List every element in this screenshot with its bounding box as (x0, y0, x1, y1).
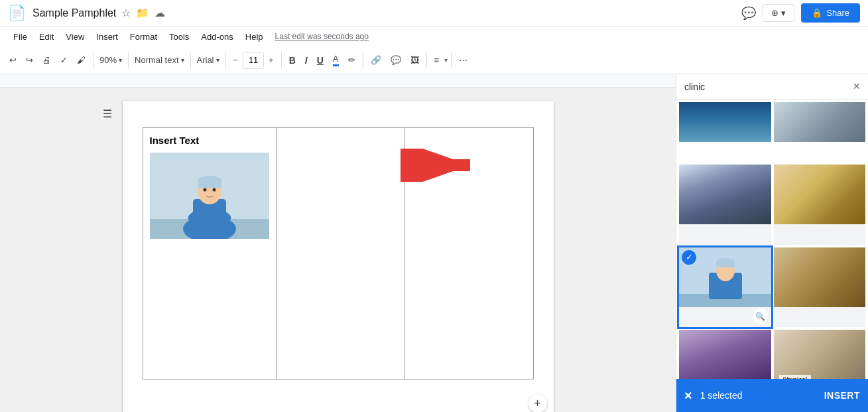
image-button[interactable]: 🖼 (406, 52, 423, 68)
font-size-control: − + (229, 52, 278, 69)
image-item-5[interactable]: ✓ 🔍 (679, 247, 771, 327)
chevron-down-icon: ▾ (119, 56, 122, 64)
zoom-icon[interactable]: 🔍 (753, 309, 769, 324)
menu-edit[interactable]: Edit (34, 29, 59, 44)
bold-button[interactable]: B (285, 52, 300, 68)
image-item-3[interactable] (679, 165, 771, 244)
menu-help[interactable]: Help (240, 29, 269, 44)
toolbar-divider-4 (225, 52, 226, 68)
menu-view[interactable]: View (60, 29, 90, 44)
paint-format-button[interactable]: 🖌 (73, 52, 90, 68)
more-button[interactable]: ⋯ (455, 52, 471, 68)
ruler (0, 74, 676, 88)
image-item-6[interactable] (774, 247, 866, 327)
image-item-2[interactable] (774, 102, 866, 142)
right-controls: 💬 ⊕▾ 🔒 Share (741, 3, 860, 23)
menu-insert[interactable]: Insert (91, 29, 123, 44)
close-sidebar-button[interactable]: × (853, 80, 860, 94)
present-icon: ⊕ (771, 8, 778, 18)
menu-addons[interactable]: Add-ons (196, 29, 238, 44)
selected-checkmark: ✓ (682, 250, 696, 265)
table-cell-1[interactable]: Insert Text (143, 128, 277, 379)
selected-count-label: 1 selected (700, 390, 816, 401)
print-button[interactable]: 🖨 (38, 52, 55, 68)
font-size-input[interactable] (243, 52, 264, 69)
svg-point-11 (203, 188, 206, 192)
title-icons: ☆ 📁 ☁ (121, 7, 165, 19)
toolbar-divider-6 (363, 52, 363, 68)
cell-image-doctor[interactable] (150, 153, 269, 239)
undo-button[interactable]: ↩ (5, 52, 21, 68)
folder-icon[interactable]: 📁 (136, 7, 149, 19)
document-title[interactable]: Sample Pamphlet (32, 7, 116, 19)
italic-button[interactable]: I (301, 52, 312, 68)
text-color-button[interactable]: A (329, 51, 343, 69)
highlight-button[interactable]: ✏ (344, 52, 359, 68)
link-button[interactable]: 🔗 (367, 52, 385, 68)
svg-rect-18 (716, 262, 735, 267)
image-item-1[interactable] (679, 102, 771, 142)
cell-insert-text: Insert Text (150, 135, 269, 146)
menu-tools[interactable]: Tools (164, 29, 194, 44)
align-button[interactable]: ≡ (430, 52, 444, 68)
font-size-increase-button[interactable]: + (265, 52, 278, 68)
insert-bar: × 1 selected INSERT (676, 379, 868, 412)
document-canvas: ☰ Insert Text (0, 88, 676, 412)
insert-bar-close-button[interactable]: × (684, 388, 692, 403)
sidebar-header: × (676, 74, 868, 100)
comment-inline-button[interactable]: 💬 (387, 52, 405, 68)
insert-button[interactable]: INSERT (824, 390, 860, 401)
font-select[interactable]: Arial ▾ (194, 52, 222, 68)
table-cell-3[interactable] (404, 128, 533, 379)
comments-button[interactable]: 💬 (741, 6, 756, 21)
text-style-select[interactable]: Normal text ▾ (132, 52, 186, 68)
chevron-down-icon-3: ▾ (216, 56, 219, 64)
document-area: ☰ Insert Text (0, 74, 676, 412)
toolbar-divider-2 (128, 52, 129, 68)
menu-format[interactable]: Format (125, 29, 162, 44)
toolbar: ↩ ↪ 🖨 ✓ 🖌 90% ▾ Normal text ▾ Arial ▾ − … (0, 46, 868, 74)
add-content-button[interactable]: + (528, 394, 547, 412)
title-bar: 📄 Sample Pamphlet ☆ 📁 ☁ 💬 ⊕▾ 🔒 Share (0, 0, 868, 27)
table-cell-2[interactable] (277, 128, 405, 379)
toolbar-divider-7 (426, 52, 427, 68)
zoom-select[interactable]: 90% ▾ (97, 52, 125, 68)
image-grid: ✓ 🔍 (676, 100, 868, 412)
spell-check-button[interactable]: ✓ (56, 52, 72, 68)
toolbar-divider-3 (190, 52, 191, 68)
chevron-down-icon-2: ▾ (181, 56, 184, 64)
image-search-sidebar: × ✓ (676, 74, 868, 412)
font-size-decrease-button[interactable]: − (229, 52, 243, 68)
image-item-4[interactable] (774, 165, 866, 244)
image-search-input[interactable] (684, 82, 847, 92)
svg-point-12 (212, 188, 216, 192)
docs-icon: 📄 (8, 5, 26, 22)
present-button[interactable]: ⊕▾ (763, 4, 794, 22)
svg-rect-10 (198, 181, 221, 188)
document-page: ☰ Insert Text (123, 101, 554, 412)
share-button[interactable]: 🔒 Share (801, 3, 860, 23)
lock-icon: 🔒 (812, 8, 822, 18)
toolbar-divider-5 (281, 52, 282, 68)
menu-bar: File Edit View Insert Format Tools Add-o… (0, 27, 868, 46)
last-edit: Last edit was seconds ago (275, 32, 369, 41)
main-layout: ☰ Insert Text (0, 74, 868, 412)
redo-button[interactable]: ↪ (22, 52, 37, 68)
menu-file[interactable]: File (8, 29, 32, 44)
star-icon[interactable]: ☆ (121, 7, 131, 19)
underline-button[interactable]: U (313, 52, 328, 68)
align-chevron-icon: ▾ (444, 56, 448, 64)
document-table: Insert Text (143, 127, 534, 379)
page-sidebar-icon: ☰ (103, 107, 112, 120)
toolbar-divider-8 (451, 52, 452, 68)
toolbar-divider-1 (93, 52, 93, 68)
cloud-icon[interactable]: ☁ (155, 7, 165, 19)
